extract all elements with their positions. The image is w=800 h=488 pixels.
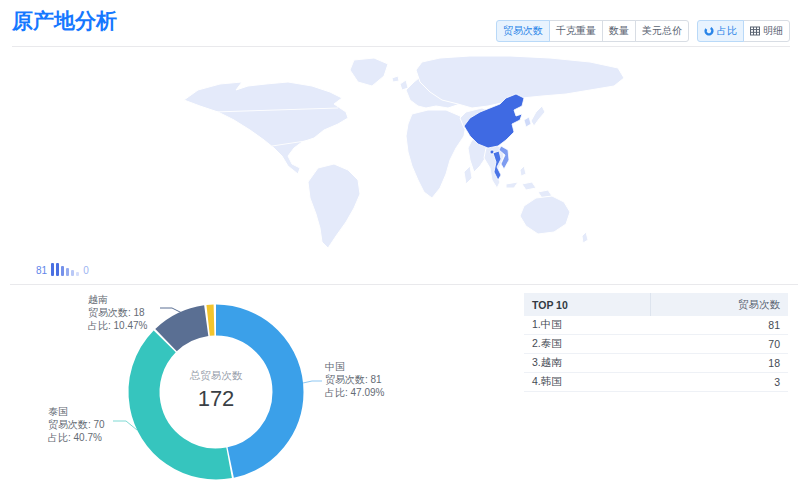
label-line-thailand	[113, 421, 137, 430]
region-iceland	[392, 76, 399, 82]
region-indonesia	[506, 182, 518, 188]
section-divider	[10, 284, 798, 285]
table-row[interactable]: 4.韩国 3	[524, 373, 788, 392]
pie-label-name: 中国	[325, 360, 384, 373]
table-row[interactable]: 3.越南 18	[524, 354, 788, 373]
pie-label-china: 中国 贸易次数: 81 占比: 47.09%	[325, 360, 384, 399]
continent-africa	[406, 110, 466, 198]
legend-max-value: 81	[36, 265, 47, 276]
metric-button-trade-count[interactable]: 贸易次数	[496, 20, 550, 42]
pie-label-count: 贸易次数: 70	[48, 418, 105, 431]
donut-center-label: 总贸易次数	[156, 369, 276, 383]
table-cell-value: 3	[774, 376, 788, 388]
region-greenland	[350, 58, 388, 86]
pie-label-percent: 占比: 47.09%	[325, 386, 384, 399]
metric-button-usd-total[interactable]: 美元总价	[635, 20, 689, 42]
top10-table: TOP 10 贸易次数 1.中国 81 2.泰国 70 3.越南 18 4.韩国…	[524, 293, 788, 392]
continent-north-america	[184, 82, 348, 174]
legend-bars	[51, 263, 79, 276]
table-cell-name: 3.越南	[524, 356, 562, 370]
table-cell-value: 18	[768, 357, 788, 369]
continent-australia	[520, 196, 570, 234]
region-japan	[531, 106, 545, 126]
label-line-vietnam	[160, 308, 182, 313]
country-south-korea[interactable]	[524, 117, 531, 127]
region-borneo	[522, 182, 536, 190]
table-header-rank: TOP 10	[524, 293, 651, 316]
region-philippines	[520, 166, 526, 176]
table-cell-value: 81	[768, 319, 788, 331]
toolbar: 贸易次数 千克重量 数量 美元总价 占比 明细	[496, 20, 790, 42]
legend-min-value: 0	[83, 265, 89, 276]
donut-center-value: 172	[156, 386, 276, 412]
table-cell-value: 70	[768, 338, 788, 350]
map-visual-legend[interactable]: 81 0	[36, 260, 89, 276]
table-cell-name: 1.中国	[524, 318, 562, 332]
table-row[interactable]: 2.泰国 70	[524, 335, 788, 354]
table-header-row: TOP 10 贸易次数	[524, 293, 788, 316]
label-line-china	[303, 381, 322, 383]
metric-button-quantity[interactable]: 数量	[602, 20, 636, 42]
donut-chart-icon	[704, 26, 714, 36]
pie-label-thailand: 泰国 贸易次数: 70 占比: 40.7%	[48, 405, 105, 444]
table-icon	[750, 26, 760, 36]
region-madagascar	[464, 166, 472, 184]
pie-label-count: 贸易次数: 81	[325, 373, 384, 386]
metric-button-group: 贸易次数 千克重量 数量 美元总价	[496, 20, 689, 42]
table-row[interactable]: 1.中国 81	[524, 316, 788, 335]
pie-label-percent: 占比: 10.47%	[88, 319, 147, 332]
pie-label-count: 贸易次数: 18	[88, 306, 147, 319]
donut-center-text: 总贸易次数 172	[156, 369, 276, 412]
pie-label-name: 越南	[88, 293, 147, 306]
view-button-detail[interactable]: 明细	[743, 20, 790, 42]
pie-label-name: 泰国	[48, 405, 105, 418]
view-button-ratio-label: 占比	[717, 26, 737, 36]
pie-label-vietnam: 越南 贸易次数: 18 占比: 10.47%	[88, 293, 147, 332]
world-map[interactable]	[170, 56, 630, 261]
continent-south-america	[308, 164, 360, 248]
pie-label-percent: 占比: 40.7%	[48, 431, 105, 444]
view-button-detail-label: 明细	[763, 26, 783, 36]
view-button-group: 占比 明细	[697, 20, 790, 42]
region-new-zealand	[582, 232, 588, 243]
view-button-ratio[interactable]: 占比	[697, 20, 744, 42]
table-cell-name: 2.泰国	[524, 337, 562, 351]
header-divider	[12, 46, 790, 47]
region-uk	[400, 80, 408, 90]
page-title: 原产地分析	[12, 7, 117, 35]
table-header-metric: 贸易次数	[651, 293, 788, 316]
metric-button-kg-weight[interactable]: 千克重量	[549, 20, 603, 42]
table-cell-name: 4.韩国	[524, 375, 562, 389]
